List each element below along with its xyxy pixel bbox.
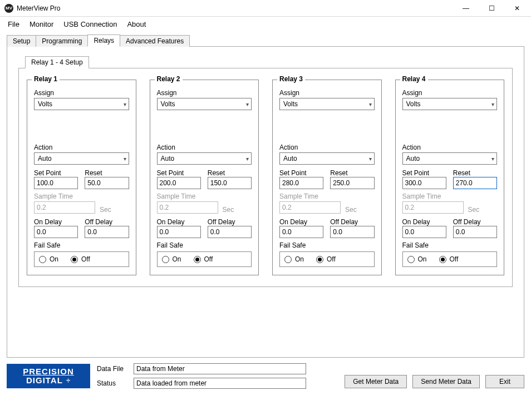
radio-dot-icon — [39, 256, 46, 263]
menu-about[interactable]: About — [127, 20, 146, 28]
tab-relays[interactable]: Relays — [87, 34, 120, 47]
relay-4-offdelay-field[interactable] — [453, 226, 497, 238]
radio-dot-icon — [71, 256, 78, 263]
menu-usb-connection[interactable]: USB Connection — [63, 20, 117, 28]
radio-dot-icon — [407, 256, 415, 263]
brand-line-1: PRECISION — [23, 367, 74, 376]
relay-3-groupbox: Relay 3 Assign Volts ▾ Action Auto ▾ Set… — [272, 80, 382, 275]
relay-3-ondelay-field[interactable] — [279, 226, 323, 238]
chevron-down-icon: ▾ — [246, 101, 249, 107]
chevron-down-icon: ▾ — [124, 156, 126, 162]
relay-4-offdelay-label: Off Delay — [453, 218, 497, 226]
relay-1-setpoint-label: Set Point — [34, 169, 78, 177]
relay-1-assign-combo[interactable]: Volts ▾ — [34, 98, 129, 110]
radio-dot-icon — [284, 256, 292, 263]
relay-4-reset-field[interactable] — [453, 177, 497, 189]
tab-panel-relays: Relay 1 - 4 Setup Relay 1 Assign Volts ▾… — [7, 46, 524, 358]
relay-4-assign-combo[interactable]: Volts ▾ — [402, 98, 498, 110]
relay-1-action-combo[interactable]: Auto ▾ — [34, 152, 129, 165]
footer-buttons: Get Meter Data Send Meter Data Exit — [345, 364, 524, 388]
get-meter-data-button[interactable]: Get Meter Data — [345, 375, 407, 388]
relay-4-failsafe-box: On Off — [402, 251, 498, 267]
brand-symbol-icon: ÷ — [66, 377, 71, 384]
relay-1-sample-label: Sample Time — [34, 192, 129, 200]
brand-logo: PRECISION DIGITAL ÷ — [7, 364, 90, 388]
relay-2-failsafe-off-radio[interactable]: Off — [194, 255, 213, 263]
relay-2-action-combo[interactable]: Auto ▾ — [157, 152, 252, 165]
send-meter-data-button[interactable]: Send Meter Data — [412, 375, 480, 388]
relay-1-reset-field[interactable] — [85, 177, 129, 189]
relay-4-failsafe-on-radio[interactable]: On — [407, 255, 427, 263]
relay-1-setpoint-field[interactable] — [34, 177, 78, 189]
tab-setup[interactable]: Setup — [7, 35, 36, 47]
relay-4-sample-field — [402, 201, 464, 214]
relay-2-legend: Relay 2 — [155, 75, 183, 83]
relay-3-reset-field[interactable] — [330, 177, 374, 189]
relay-3-offdelay-field[interactable] — [330, 226, 374, 238]
relay-3-failsafe-off-radio[interactable]: Off — [316, 255, 336, 263]
status-field[interactable] — [134, 378, 306, 389]
datafile-field[interactable] — [134, 363, 306, 374]
relay-4-reset-label: Reset — [453, 169, 497, 177]
relay-1-failsafe-label: Fail Safe — [34, 241, 129, 249]
menu-monitor[interactable]: Monitor — [30, 20, 53, 28]
relay-3-action-combo[interactable]: Auto ▾ — [279, 152, 375, 165]
relay-1-action-label: Action — [34, 144, 129, 151]
relay-4-action-label: Action — [402, 144, 498, 151]
relay-3-setpoint-field[interactable] — [279, 177, 323, 189]
relay-3-failsafe-on-radio[interactable]: On — [284, 255, 304, 263]
menu-file[interactable]: File — [8, 20, 19, 28]
relay-2-failsafe-box: On Off — [157, 251, 252, 267]
relay-2-ondelay-field[interactable] — [157, 226, 201, 238]
relay-3-assign-combo[interactable]: Volts ▾ — [279, 98, 375, 110]
relay-4-failsafe-off-radio[interactable]: Off — [439, 255, 459, 263]
relay-2-sample-unit: Sec — [223, 206, 234, 214]
relay-4-ondelay-field[interactable] — [402, 226, 446, 238]
relay-4-assign-value: Volts — [406, 100, 421, 108]
relay-4-groupbox: Relay 4 Assign Volts ▾ Action Auto ▾ Set… — [395, 80, 505, 275]
relay-1-failsafe-on-radio[interactable]: On — [39, 255, 58, 263]
relay-4-sample-label: Sample Time — [402, 192, 498, 200]
subtab-relay-1-4-setup[interactable]: Relay 1 - 4 Setup — [25, 56, 89, 68]
relay-2-reset-field[interactable] — [208, 177, 252, 189]
relay-2-failsafe-on-radio[interactable]: On — [162, 255, 181, 263]
relay-1-offdelay-label: Off Delay — [85, 218, 129, 226]
brand-line-2: DIGITAL — [26, 376, 63, 385]
relay-3-sample-field — [279, 201, 341, 214]
relay-3-ondelay-label: On Delay — [279, 218, 323, 226]
relay-2-action-value: Auto — [161, 155, 175, 162]
tab-programming[interactable]: Programming — [36, 35, 88, 47]
relay-2-failsafe-label: Fail Safe — [157, 241, 252, 249]
exit-button[interactable]: Exit — [485, 375, 524, 388]
radio-dot-icon — [316, 256, 323, 263]
relay-4-setpoint-field[interactable] — [402, 177, 446, 189]
relay-1-ondelay-field[interactable] — [34, 226, 78, 238]
relay-2-assign-combo[interactable]: Volts ▾ — [157, 98, 252, 110]
relay-2-sample-label: Sample Time — [157, 192, 252, 200]
relay-1-legend: Relay 1 — [32, 75, 60, 83]
chevron-down-icon: ▾ — [124, 101, 126, 107]
close-button[interactable]: ✕ — [504, 0, 530, 17]
maximize-button[interactable]: ☐ — [479, 0, 504, 17]
relay-row: Relay 1 Assign Volts ▾ Action Auto ▾ Set… — [27, 75, 504, 275]
radio-dot-icon — [439, 256, 446, 263]
tab-advanced-features[interactable]: Advanced Features — [120, 35, 190, 47]
sub-tabstrip: Relay 1 - 4 Setup — [25, 56, 516, 68]
relay-2-assign-value: Volts — [161, 100, 175, 108]
datafile-label: Data File — [97, 365, 129, 373]
relay-3-action-value: Auto — [283, 155, 297, 162]
relay-2-setpoint-field[interactable] — [157, 177, 201, 189]
relay-2-offdelay-field[interactable] — [208, 226, 252, 238]
relay-4-setpoint-label: Set Point — [402, 169, 446, 177]
relay-4-action-combo[interactable]: Auto ▾ — [402, 152, 498, 165]
relay-1-failsafe-off-radio[interactable]: Off — [71, 255, 90, 263]
relay-2-assign-label: Assign — [157, 89, 252, 97]
minimize-button[interactable]: — — [453, 0, 479, 17]
chevron-down-icon: ▾ — [491, 101, 494, 107]
relay-1-offdelay-field[interactable] — [85, 226, 129, 238]
relay-2-action-label: Action — [157, 144, 252, 151]
relay-1-failsafe-box: On Off — [34, 251, 129, 267]
relay-3-reset-label: Reset — [330, 169, 374, 177]
relay-3-action-label: Action — [279, 144, 375, 151]
relay-2-offdelay-label: Off Delay — [208, 218, 252, 226]
